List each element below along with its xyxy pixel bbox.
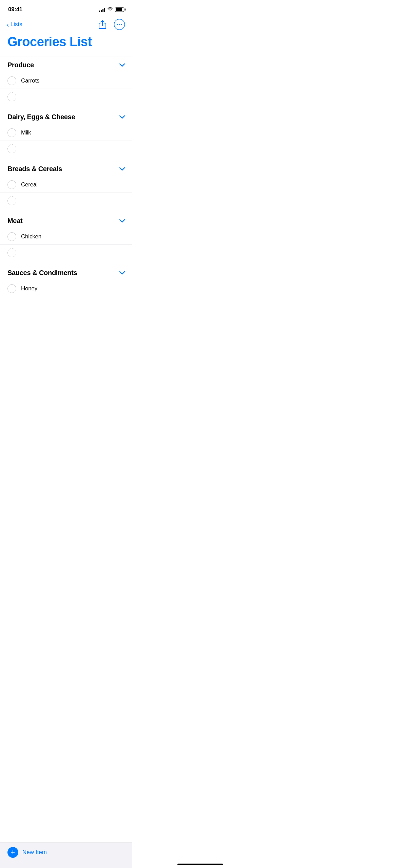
back-chevron-icon: ‹ [7,21,9,28]
page-title: Groceries List [0,33,132,56]
item-label: Chicken [21,233,41,240]
section-meat-title: Meat [7,217,22,225]
status-icons [99,7,124,12]
section-produce-title: Produce [7,61,34,69]
section-breads: Breads & Cereals Cereal [0,160,132,212]
list-item[interactable]: Milk [0,125,132,141]
chevron-down-icon [119,217,125,224]
list-item[interactable]: Honey [0,281,132,296]
sections-container: Produce Carrots Dairy, Eggs & Cheese [0,56,132,300]
signal-bar-3 [102,9,103,12]
chevron-down-icon [119,113,125,121]
list-item[interactable]: Cereal [0,177,132,193]
section-produce-header[interactable]: Produce [0,56,132,73]
svg-point-2 [119,24,120,25]
section-breads-title: Breads & Cereals [7,165,62,173]
item-checkbox[interactable] [7,180,16,189]
list-item[interactable]: Chicken [0,229,132,245]
status-time: 09:41 [8,6,22,13]
breads-items: Cereal [0,177,132,212]
item-checkbox[interactable] [7,128,16,137]
signal-bars-icon [99,7,105,12]
more-button[interactable] [113,18,126,31]
item-label: Milk [21,129,31,136]
sauces-items: Honey [0,281,132,300]
section-meat: Meat Chicken [0,212,132,264]
item-checkbox-new[interactable] [7,196,16,205]
item-checkbox[interactable] [7,232,16,241]
list-item-new[interactable] [0,141,132,157]
item-checkbox-new[interactable] [7,248,16,257]
section-produce: Produce Carrots [0,56,132,108]
back-label: Lists [11,21,22,28]
signal-bar-1 [99,11,100,12]
section-sauces-header[interactable]: Sauces & Condiments [0,264,132,281]
list-item[interactable]: Carrots [0,73,132,89]
signal-bar-2 [101,10,102,12]
back-button[interactable]: ‹ Lists [7,21,22,28]
nav-actions [96,18,126,31]
item-checkbox-new[interactable] [7,144,16,153]
chevron-down-icon [119,61,125,69]
dairy-items: Milk [0,125,132,160]
produce-items: Carrots [0,73,132,108]
signal-bar-4 [104,8,105,12]
item-label: Honey [21,285,37,292]
section-sauces-title: Sauces & Condiments [7,269,77,277]
wifi-icon [107,7,113,12]
section-meat-header[interactable]: Meat [0,212,132,229]
battery-icon [115,7,124,12]
list-item-new[interactable] [0,245,132,260]
section-dairy: Dairy, Eggs & Cheese Milk [0,108,132,160]
list-item-new[interactable] [0,89,132,105]
list-item-new[interactable] [0,193,132,209]
battery-fill [116,8,122,11]
item-checkbox-new[interactable] [7,92,16,101]
section-dairy-title: Dairy, Eggs & Cheese [7,113,75,121]
svg-point-1 [117,24,118,25]
section-sauces: Sauces & Condiments Honey [0,264,132,300]
svg-point-3 [121,24,122,25]
chevron-down-icon [119,269,125,276]
share-button[interactable] [96,18,109,31]
section-dairy-header[interactable]: Dairy, Eggs & Cheese [0,108,132,125]
meat-items: Chicken [0,229,132,264]
nav-bar: ‹ Lists [0,17,132,33]
item-label: Cereal [21,181,38,188]
item-checkbox[interactable] [7,284,16,293]
status-bar: 09:41 [0,0,132,17]
item-checkbox[interactable] [7,76,16,85]
section-breads-header[interactable]: Breads & Cereals [0,160,132,177]
chevron-down-icon [119,165,125,173]
item-label: Carrots [21,77,39,84]
